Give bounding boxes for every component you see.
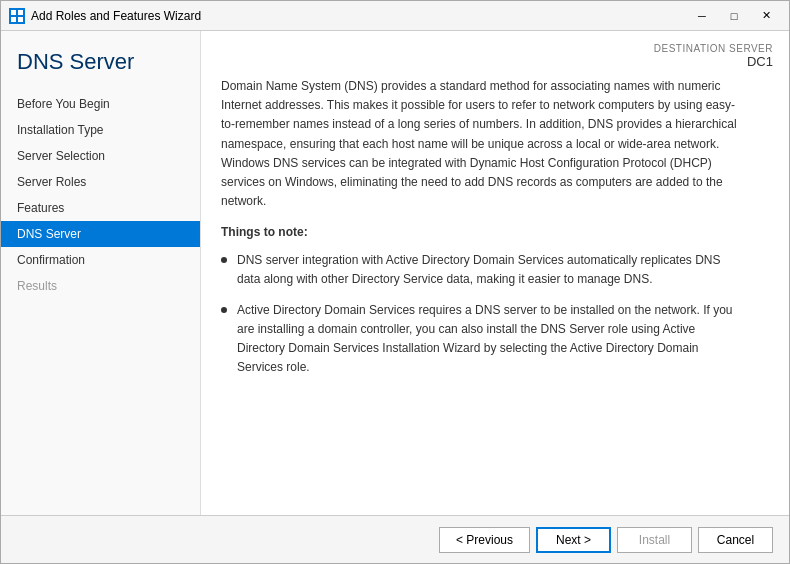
maximize-button[interactable]: □ bbox=[719, 6, 749, 26]
sidebar-item-results: Results bbox=[1, 273, 200, 299]
content-area: DNS Server Before You BeginInstallation … bbox=[1, 31, 789, 515]
window-title: Add Roles and Features Wizard bbox=[31, 9, 687, 23]
bullet-dot-2 bbox=[221, 307, 227, 313]
bullet-item-1: DNS server integration with Active Direc… bbox=[221, 251, 741, 289]
close-button[interactable]: ✕ bbox=[751, 6, 781, 26]
navigation: Before You BeginInstallation TypeServer … bbox=[1, 91, 200, 299]
title-bar: Add Roles and Features Wizard ─ □ ✕ bbox=[1, 1, 789, 31]
page-title: DNS Server bbox=[1, 39, 200, 91]
svg-rect-0 bbox=[11, 10, 16, 15]
things-to-note-heading: Things to note: bbox=[221, 223, 741, 242]
bullet-list: DNS server integration with Active Direc… bbox=[221, 251, 741, 378]
sidebar-item-dns-server[interactable]: DNS Server bbox=[1, 221, 200, 247]
destination-label: DESTINATION SERVER bbox=[654, 43, 773, 54]
destination-name: DC1 bbox=[654, 54, 773, 69]
description-text: Domain Name System (DNS) provides a stan… bbox=[221, 77, 741, 211]
install-button[interactable]: Install bbox=[617, 527, 692, 553]
sidebar-item-server-selection[interactable]: Server Selection bbox=[1, 143, 200, 169]
svg-rect-3 bbox=[18, 17, 23, 22]
minimize-button[interactable]: ─ bbox=[687, 6, 717, 26]
sidebar-item-features[interactable]: Features bbox=[1, 195, 200, 221]
window-controls: ─ □ ✕ bbox=[687, 6, 781, 26]
bullet-item-2: Active Directory Domain Services require… bbox=[221, 301, 741, 378]
cancel-button[interactable]: Cancel bbox=[698, 527, 773, 553]
app-icon bbox=[9, 8, 25, 24]
bullet-dot-1 bbox=[221, 257, 227, 263]
bullet-text-1: DNS server integration with Active Direc… bbox=[237, 251, 741, 289]
svg-rect-1 bbox=[18, 10, 23, 15]
footer: < Previous Next > Install Cancel bbox=[1, 515, 789, 563]
bullet-text-2: Active Directory Domain Services require… bbox=[237, 301, 741, 378]
sidebar-item-before-you-begin[interactable]: Before You Begin bbox=[1, 91, 200, 117]
sidebar-item-installation-type[interactable]: Installation Type bbox=[1, 117, 200, 143]
destination-server-info: DESTINATION SERVER DC1 bbox=[654, 43, 773, 69]
main-content: DESTINATION SERVER DC1 Domain Name Syste… bbox=[201, 31, 789, 515]
next-button[interactable]: Next > bbox=[536, 527, 611, 553]
sidebar: DNS Server Before You BeginInstallation … bbox=[1, 31, 201, 515]
sidebar-item-confirmation[interactable]: Confirmation bbox=[1, 247, 200, 273]
main-description: Domain Name System (DNS) provides a stan… bbox=[221, 77, 741, 378]
previous-button[interactable]: < Previous bbox=[439, 527, 530, 553]
window: Add Roles and Features Wizard ─ □ ✕ DNS … bbox=[0, 0, 790, 564]
sidebar-item-server-roles[interactable]: Server Roles bbox=[1, 169, 200, 195]
svg-rect-2 bbox=[11, 17, 16, 22]
